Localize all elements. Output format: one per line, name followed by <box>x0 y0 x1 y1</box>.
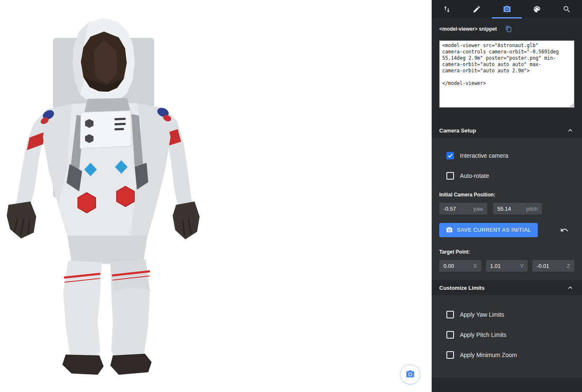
palette-icon <box>533 5 541 13</box>
interactive-camera-label: Interactive camera <box>460 152 508 159</box>
auto-rotate-label: Auto-rotate <box>460 172 489 179</box>
target-z-input[interactable]: -0.01 Z <box>532 260 574 272</box>
target-x-value: 0.00 <box>443 263 471 269</box>
camera-setup-header[interactable]: Camera Setup <box>432 123 582 138</box>
save-button-label: SAVE CURRENT AS INITIAL <box>457 227 531 233</box>
save-current-as-initial-button[interactable]: SAVE CURRENT AS INITIAL <box>439 223 538 237</box>
snippet-title: <model-viewer> snippet <box>439 26 497 32</box>
camera-icon <box>503 5 511 13</box>
customize-limits-title: Customize Limits <box>439 285 485 291</box>
apply-pitch-limits-row[interactable]: Apply Pitch Limits <box>446 330 574 340</box>
apply-yaw-limits-checkbox[interactable] <box>446 311 454 318</box>
right-glove <box>173 201 200 239</box>
astronaut-3d-model[interactable] <box>4 15 200 379</box>
model-viewport[interactable] <box>0 0 432 392</box>
apply-pitch-limits-label: Apply Pitch Limits <box>460 331 506 338</box>
interactive-camera-checkbox[interactable] <box>446 152 454 159</box>
pitch-value: 55.14 <box>497 206 524 212</box>
camera-icon <box>406 370 415 379</box>
target-y-value: 1.01 <box>490 263 518 269</box>
snippet-block: <model-viewer> snippet <model-viewer src… <box>432 19 582 109</box>
tab-file[interactable] <box>432 0 462 19</box>
pitch-suffix: pitch <box>526 206 538 212</box>
panel-tabbar <box>432 0 582 19</box>
apply-minimum-zoom-row[interactable]: Apply Minimum Zoom <box>446 350 574 360</box>
pencil-icon <box>473 5 481 13</box>
yaw-input[interactable]: -0.57 yaw <box>439 203 487 215</box>
tab-inspector[interactable] <box>552 0 582 19</box>
right-boot <box>110 354 152 375</box>
tab-edit[interactable] <box>462 0 491 19</box>
auto-rotate-row[interactable]: Auto-rotate <box>446 171 574 181</box>
editor-panel: <model-viewer> snippet <model-viewer src… <box>432 0 582 392</box>
target-point-label: Target Point: <box>439 249 574 255</box>
camera-setup-title: Camera Setup <box>439 127 476 134</box>
apply-yaw-limits-row[interactable]: Apply Yaw Limits <box>446 310 574 320</box>
copy-icon <box>505 26 512 32</box>
left-boot <box>62 355 104 375</box>
target-x-input[interactable]: 0.00 X <box>439 260 481 272</box>
camera-capture-fab[interactable] <box>400 364 420 384</box>
initial-camera-position-label: Initial Camera Position: <box>439 192 574 198</box>
model-viewer-editor: <model-viewer> snippet <model-viewer src… <box>0 0 582 392</box>
apply-pitch-limits-checkbox[interactable] <box>446 331 454 339</box>
target-y-suffix: Y <box>520 263 524 269</box>
target-z-suffix: Z <box>567 263 570 269</box>
yaw-value: -0.57 <box>443 206 471 212</box>
camera-icon <box>446 227 453 233</box>
customize-limits-section: Apply Yaw Limits Apply Pitch Limits Appl… <box>432 295 582 378</box>
search-icon <box>563 5 571 13</box>
chevron-up-icon <box>566 126 574 135</box>
apply-minimum-zoom-checkbox[interactable] <box>446 351 454 359</box>
snippet-code-textarea[interactable]: <model-viewer src="Astronaut.glb" camera… <box>439 40 574 108</box>
undo-icon <box>560 226 569 234</box>
camera-setup-section: Interactive camera Auto-rotate Initial C… <box>432 138 582 280</box>
interactive-camera-row[interactable]: Interactive camera <box>446 151 574 161</box>
check-icon <box>447 153 453 159</box>
apply-yaw-limits-label: Apply Yaw Limits <box>460 311 504 318</box>
apply-minimum-zoom-label: Apply Minimum Zoom <box>460 352 517 358</box>
yaw-suffix: yaw <box>473 206 483 212</box>
undo-button[interactable] <box>560 226 569 234</box>
tab-materials[interactable] <box>522 0 552 19</box>
updown-arrows-icon <box>443 5 451 13</box>
chevron-up-icon <box>566 283 574 292</box>
copy-snippet-button[interactable] <box>505 26 512 32</box>
target-x-suffix: X <box>473 263 477 269</box>
tab-camera[interactable] <box>492 0 522 19</box>
pitch-input[interactable]: 55.14 pitch <box>493 203 542 215</box>
auto-rotate-checkbox[interactable] <box>446 172 454 180</box>
target-y-input[interactable]: 1.01 Y <box>486 260 528 272</box>
target-z-value: -0.01 <box>537 263 564 269</box>
customize-limits-header[interactable]: Customize Limits <box>432 280 582 295</box>
